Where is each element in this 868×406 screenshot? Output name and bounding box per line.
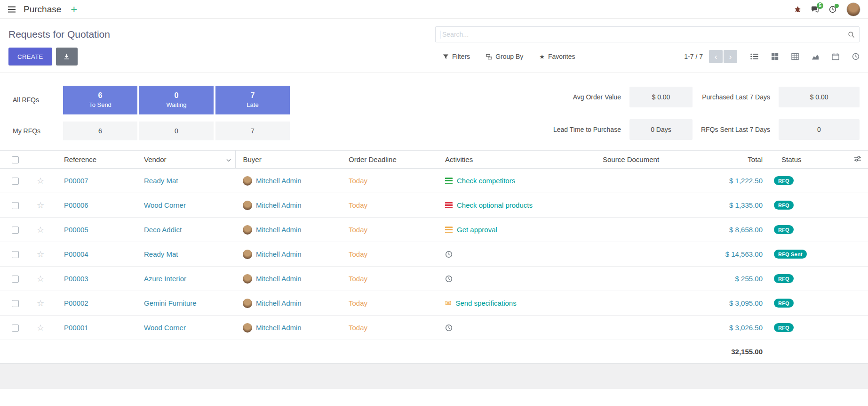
row-checkbox[interactable]: [12, 202, 19, 209]
col-header-total[interactable]: Total: [708, 151, 774, 169]
col-header-status[interactable]: Status: [774, 151, 847, 169]
tile-my-late[interactable]: 7: [215, 122, 290, 140]
col-header-vendor[interactable]: Vendor: [136, 151, 235, 169]
rfq-reference-link[interactable]: P00004: [64, 250, 88, 258]
vendor-link[interactable]: Wood Corner: [144, 201, 186, 209]
user-avatar[interactable]: [846, 2, 860, 16]
select-all-checkbox[interactable]: [12, 156, 19, 163]
buyer-link[interactable]: Mitchell Admin: [256, 250, 302, 258]
table-row[interactable]: ☆ P00005 Deco Addict Mitchell Admin Toda…: [0, 218, 868, 242]
activities-count-badge: [835, 4, 839, 8]
buyer-link[interactable]: Mitchell Admin: [256, 299, 302, 307]
col-header-activities[interactable]: Activities: [438, 151, 595, 169]
table-row[interactable]: ☆ P00007 Ready Mat Mitchell Admin Today …: [0, 169, 868, 193]
rfq-reference-link[interactable]: P00002: [64, 299, 88, 307]
activity-list-icon[interactable]: [445, 227, 453, 233]
vendor-link[interactable]: Azure Interior: [144, 275, 186, 283]
activity-clock-icon[interactable]: [445, 324, 453, 332]
favorite-star-icon[interactable]: ☆: [30, 225, 44, 235]
tile-my-waiting[interactable]: 0: [139, 122, 214, 140]
favorite-star-icon[interactable]: ☆: [30, 274, 44, 284]
table-row[interactable]: ☆ P00004 Ready Mat Mitchell Admin Today …: [0, 242, 868, 267]
favorite-star-icon[interactable]: ☆: [30, 200, 44, 211]
activity-summary-link[interactable]: Check optional products: [457, 201, 533, 209]
buyer-link[interactable]: Mitchell Admin: [256, 226, 302, 234]
search-icon[interactable]: [848, 31, 855, 38]
pager-next-button[interactable]: ›: [724, 50, 737, 63]
messages-icon[interactable]: 5: [811, 6, 819, 13]
activity-clock-icon[interactable]: [445, 251, 453, 258]
optional-columns-icon[interactable]: [854, 156, 861, 164]
row-checkbox[interactable]: [12, 251, 19, 258]
app-title[interactable]: Purchase: [24, 4, 61, 15]
pager-previous-button[interactable]: ‹: [709, 50, 723, 63]
row-checkbox[interactable]: [12, 227, 19, 234]
tile-late[interactable]: 7 Late: [215, 86, 290, 114]
all-rfqs-label[interactable]: All RFQs: [8, 96, 61, 104]
rfq-reference-link[interactable]: P00001: [64, 324, 88, 332]
rfq-reference-link[interactable]: P00006: [64, 201, 88, 209]
debug-bug-icon[interactable]: [794, 6, 801, 13]
export-button[interactable]: [56, 48, 78, 65]
favorite-star-icon[interactable]: ☆: [30, 323, 44, 333]
status-badge: RFQ: [774, 225, 794, 234]
vendor-link[interactable]: Deco Addict: [144, 226, 182, 234]
favorites-button[interactable]: ★ Favorites: [539, 53, 575, 60]
row-checkbox[interactable]: [12, 276, 19, 283]
table-row[interactable]: ☆ P00001 Wood Corner Mitchell Admin Toda…: [0, 316, 868, 340]
col-header-order-deadline[interactable]: Order Deadline: [341, 151, 438, 169]
col-header-reference[interactable]: Reference: [56, 151, 136, 169]
tile-my-to-send[interactable]: 6: [63, 122, 137, 140]
vendor-link[interactable]: Ready Mat: [144, 177, 178, 185]
buyer-avatar: [243, 225, 252, 235]
activity-envelope-icon[interactable]: ✉: [445, 300, 451, 307]
buyer-link[interactable]: Mitchell Admin: [256, 324, 302, 332]
my-rfqs-label[interactable]: My RFQs: [8, 127, 61, 135]
buyer-link[interactable]: Mitchell Admin: [256, 275, 302, 283]
new-tab-button[interactable]: +: [71, 4, 77, 15]
filters-button[interactable]: Filters: [443, 53, 470, 60]
activity-view-button[interactable]: [852, 53, 860, 60]
activity-list-icon[interactable]: [445, 202, 453, 209]
activity-list-icon[interactable]: [445, 178, 453, 184]
order-deadline-value: Today: [349, 177, 367, 185]
activity-summary-link[interactable]: Check competitors: [457, 177, 515, 185]
create-button[interactable]: CREATE: [8, 48, 52, 65]
tile-waiting[interactable]: 0 Waiting: [139, 86, 214, 114]
tile-to-send[interactable]: 6 To Send: [63, 86, 137, 114]
table-header-row: Reference Vendor Buyer Order Deadline Ac…: [0, 151, 868, 169]
favorite-star-icon[interactable]: ☆: [30, 249, 44, 260]
col-header-source-document[interactable]: Source Document: [595, 151, 708, 169]
vendor-link[interactable]: Gemini Furniture: [144, 299, 197, 307]
favorite-star-icon[interactable]: ☆: [30, 298, 44, 309]
search-bar[interactable]: [435, 26, 860, 42]
buyer-link[interactable]: Mitchell Admin: [256, 177, 302, 185]
activity-summary-link[interactable]: Send specifications: [455, 299, 516, 307]
row-checkbox[interactable]: [12, 300, 19, 307]
calendar-view-button[interactable]: [832, 53, 839, 60]
apps-menu-icon[interactable]: [8, 6, 16, 13]
dashboard-stats: Avg Order Value $ 0.00 Purchased Last 7 …: [553, 84, 860, 143]
rfq-reference-link[interactable]: P00005: [64, 226, 88, 234]
activity-clock-icon[interactable]: [445, 275, 453, 283]
activity-summary-link[interactable]: Get approval: [457, 226, 497, 234]
search-input[interactable]: [440, 31, 859, 38]
group-by-button[interactable]: Group By: [486, 53, 523, 60]
rfq-reference-link[interactable]: P00003: [64, 275, 88, 283]
kanban-view-button[interactable]: [771, 53, 779, 60]
col-header-buyer[interactable]: Buyer: [235, 151, 341, 169]
vendor-link[interactable]: Wood Corner: [144, 324, 186, 332]
favorite-star-icon[interactable]: ☆: [30, 176, 44, 186]
graph-view-button[interactable]: [812, 53, 819, 60]
vendor-link[interactable]: Ready Mat: [144, 250, 178, 258]
table-row[interactable]: ☆ P00002 Gemini Furniture Mitchell Admin…: [0, 291, 868, 316]
list-view-button[interactable]: [750, 53, 758, 60]
table-row[interactable]: ☆ P00003 Azure Interior Mitchell Admin T…: [0, 267, 868, 291]
buyer-link[interactable]: Mitchell Admin: [256, 201, 302, 209]
rfq-reference-link[interactable]: P00007: [64, 177, 88, 185]
row-checkbox[interactable]: [12, 178, 19, 185]
row-checkbox[interactable]: [12, 325, 19, 332]
table-row[interactable]: ☆ P00006 Wood Corner Mitchell Admin Toda…: [0, 193, 868, 218]
pivot-view-button[interactable]: [791, 53, 799, 60]
activities-clock-icon[interactable]: [829, 6, 836, 13]
